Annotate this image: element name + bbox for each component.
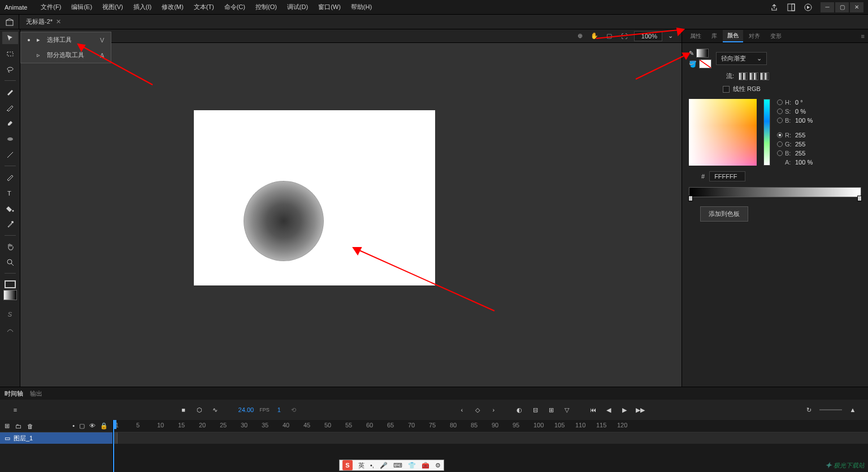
fill-color-swatch[interactable] (3, 290, 17, 300)
zoom-dropdown[interactable]: ⌄ (668, 32, 677, 40)
menu-edit[interactable]: 编辑(E) (67, 1, 97, 14)
zoom-tool[interactable] (2, 256, 18, 269)
tab-properties[interactable]: 属性 (685, 31, 706, 42)
gradient-stop-right[interactable] (857, 196, 862, 201)
gradient-ramp[interactable] (689, 187, 861, 197)
timeline-scrollbar[interactable] (113, 448, 868, 455)
tab-transform[interactable]: 变形 (766, 31, 786, 42)
fill-swatch[interactable] (699, 59, 711, 68)
ime-toolbox-icon[interactable]: 🧰 (419, 462, 432, 469)
menu-debug[interactable]: 调试(D) (283, 1, 313, 14)
menu-command[interactable]: 命令(C) (220, 1, 250, 14)
zoom-input[interactable]: 100% (634, 31, 662, 41)
ime-keyboard-icon[interactable]: ⌨ (390, 462, 405, 469)
loop-button[interactable]: ↻ (804, 405, 814, 415)
onion-icon[interactable]: ∿ (210, 405, 220, 415)
hand-tool[interactable] (2, 240, 18, 253)
next-keyframe-button[interactable]: › (488, 405, 498, 415)
tab-color[interactable]: 颜色 (723, 30, 743, 42)
flow-extend[interactable] (739, 72, 748, 80)
rotate-icon[interactable]: ✋ (590, 32, 599, 41)
minimize-button[interactable]: ─ (821, 2, 834, 12)
lasso-tool[interactable] (2, 63, 18, 76)
clip-icon[interactable]: ▢ (605, 32, 614, 41)
ime-mic-icon[interactable]: 🎤 (377, 462, 390, 469)
menu-modify[interactable]: 修改(M) (157, 1, 188, 14)
saturation-brightness-picker[interactable] (689, 99, 757, 166)
menu-help[interactable]: 帮助(H) (346, 1, 376, 14)
flow-reflect[interactable] (749, 72, 758, 80)
prev-keyframe-button[interactable]: ‹ (457, 405, 467, 415)
highlight-icon[interactable]: • (72, 422, 75, 430)
text-tool[interactable]: T (2, 187, 18, 199)
menu-text[interactable]: 文本(T) (189, 1, 219, 14)
eraser-tool[interactable] (2, 117, 18, 129)
delete-layer-icon[interactable]: 🗑 (27, 423, 33, 430)
radio-r[interactable] (777, 132, 783, 138)
radio-h[interactable] (777, 99, 783, 105)
hex-input[interactable]: FFFFFF (709, 171, 745, 181)
share-icon[interactable] (770, 3, 779, 12)
center-stage-icon[interactable]: ⊕ (575, 32, 584, 41)
visibility-icon[interactable]: 👁 (89, 422, 96, 430)
graph-icon[interactable]: ⬡ (194, 405, 205, 415)
document-tab[interactable]: 无标题-2* ✕ (19, 15, 68, 28)
insert-keyframe-button[interactable]: ◇ (472, 405, 483, 415)
snap-tool[interactable]: S (2, 308, 18, 321)
workspace-icon[interactable] (787, 3, 796, 12)
tab-library[interactable]: 库 (707, 31, 722, 42)
step-forward-button[interactable]: ▶▶ (635, 405, 645, 415)
edit-multiple-button[interactable]: ⊞ (546, 405, 556, 415)
menu-window[interactable]: 窗口(W) (314, 1, 345, 14)
line-tool[interactable] (2, 149, 18, 161)
flyout-selection-tool[interactable]: ▸ 选择工具 V (21, 32, 111, 47)
hue-strip[interactable] (763, 99, 770, 166)
fps-value[interactable]: 24.00 (238, 406, 254, 413)
pencil-tool[interactable] (2, 171, 18, 183)
stroke-color-swatch[interactable] (5, 280, 16, 288)
menu-control[interactable]: 控制(O) (251, 1, 281, 14)
current-frame[interactable]: 1 (275, 406, 283, 413)
close-button[interactable]: ✕ (850, 2, 863, 12)
menu-view[interactable]: 视图(V) (98, 1, 128, 14)
frame-ruler[interactable]: 1510152025303540455055606570758085909510… (113, 420, 868, 472)
ime-punct-icon[interactable]: •, (367, 462, 377, 469)
marker-button[interactable]: ▽ (562, 405, 572, 415)
stage[interactable] (194, 110, 435, 285)
frame-track[interactable] (113, 432, 868, 444)
layer-name[interactable]: 图层_1 (14, 434, 33, 443)
subselection-tool[interactable] (2, 47, 18, 60)
play-icon[interactable] (804, 3, 813, 12)
step-back-button[interactable]: ◀ (604, 405, 614, 415)
pen-tool[interactable] (2, 85, 18, 98)
layers-icon[interactable]: ≡ (10, 405, 20, 415)
playhead[interactable] (113, 420, 114, 472)
onion-outline-button[interactable]: ⊟ (530, 405, 540, 415)
stage-viewport[interactable] (20, 43, 682, 387)
tab-output[interactable]: 输出 (30, 389, 42, 398)
ime-lang[interactable]: 英 (355, 461, 367, 470)
tab-align[interactable]: 对齐 (744, 31, 765, 42)
add-to-swatches-button[interactable]: 添加到色板 (700, 206, 748, 222)
outline-icon[interactable]: ▢ (79, 422, 85, 430)
scrub-icon[interactable]: ⟲ (289, 405, 299, 415)
zoom-slider[interactable] (819, 409, 842, 410)
paint-bucket-tool[interactable] (2, 202, 18, 215)
add-folder-icon[interactable]: 🗀 (15, 423, 21, 430)
camera-icon[interactable]: ■ (179, 405, 189, 415)
close-tab-icon[interactable]: ✕ (56, 18, 61, 25)
maximize-button[interactable]: ▢ (835, 2, 849, 12)
tab-timeline[interactable]: 时间轴 (5, 389, 23, 398)
ime-skin-icon[interactable]: 👕 (405, 462, 419, 469)
radio-b[interactable] (777, 118, 783, 123)
lock-icon[interactable]: 🔒 (100, 422, 108, 430)
goto-first-button[interactable]: ⏮ (588, 405, 598, 415)
fit-icon[interactable]: ⛶ (619, 32, 628, 41)
stroke-swatch[interactable] (696, 49, 709, 58)
flyout-subselection-tool[interactable]: ▹ 部分选取工具 A (21, 47, 111, 63)
radio-s[interactable] (777, 109, 783, 114)
layer-row[interactable]: ▭ 图层_1 (0, 432, 112, 444)
oval-tool[interactable] (2, 133, 18, 145)
home-icon[interactable] (0, 15, 19, 29)
gradient-type-dropdown[interactable]: 径向渐变 ⌄ (716, 52, 767, 65)
